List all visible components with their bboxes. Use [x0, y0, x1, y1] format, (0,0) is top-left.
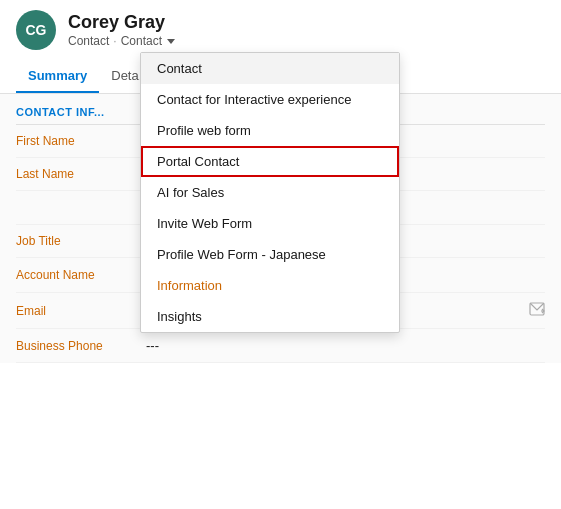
- avatar: CG: [16, 10, 56, 50]
- dropdown-item-contact-interactive[interactable]: Contact for Interactive experience: [141, 84, 399, 115]
- record-name: Corey Gray: [68, 12, 175, 33]
- dropdown-item-insights[interactable]: Insights: [141, 301, 399, 332]
- dropdown-item-portal-contact[interactable]: Portal Contact: [141, 146, 399, 177]
- form-type-label: Contact: [121, 34, 162, 48]
- dropdown-item-contact[interactable]: Contact: [141, 53, 399, 84]
- dropdown-item-invite-web-form[interactable]: Invite Web Form: [141, 208, 399, 239]
- form-type-dropdown-button[interactable]: Contact: [121, 34, 175, 48]
- header-info: Corey Gray Contact · Contact: [68, 12, 175, 48]
- last-name-label: Last Name: [16, 167, 146, 181]
- business-phone-value: ---: [146, 338, 545, 353]
- business-phone-label: Business Phone: [16, 339, 146, 353]
- dropdown-item-profile-web-form-japanese[interactable]: Profile Web Form - Japanese: [141, 239, 399, 270]
- chevron-down-icon: [167, 39, 175, 44]
- first-name-label: First Name: [16, 134, 146, 148]
- email-label: Email: [16, 304, 146, 318]
- form-type-dropdown: Contact Contact for Interactive experien…: [140, 52, 400, 333]
- account-name-label: Account Name: [16, 268, 146, 282]
- dropdown-item-information[interactable]: Information: [141, 270, 399, 301]
- dot-separator: ·: [113, 34, 116, 48]
- email-send-icon[interactable]: [529, 302, 545, 319]
- record-subheader: Contact · Contact: [68, 34, 175, 48]
- record-type-static: Contact: [68, 34, 109, 48]
- job-title-label: Job Title: [16, 234, 146, 248]
- dropdown-item-ai-for-sales[interactable]: AI for Sales: [141, 177, 399, 208]
- dropdown-item-profile-web-form[interactable]: Profile web form: [141, 115, 399, 146]
- tab-summary[interactable]: Summary: [16, 60, 99, 93]
- record-header: CG Corey Gray Contact · Contact: [0, 0, 561, 60]
- field-business-phone: Business Phone ---: [16, 329, 545, 363]
